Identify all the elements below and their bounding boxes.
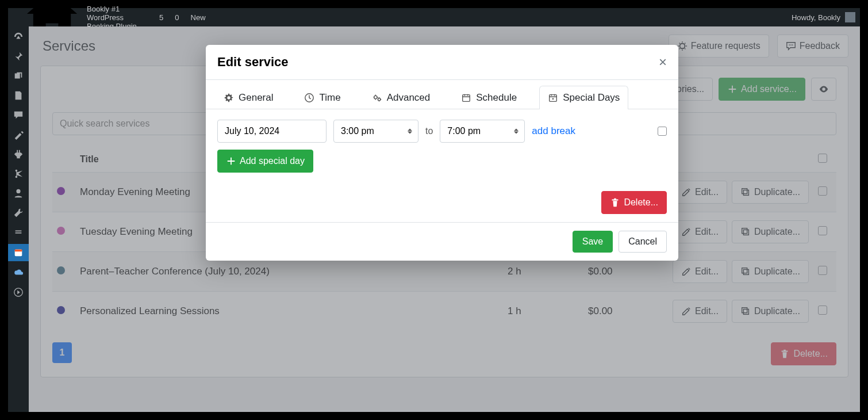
cancel-button[interactable]: Cancel xyxy=(619,231,667,253)
tab-general-label: General xyxy=(239,92,273,104)
modal-title: Edit service xyxy=(217,55,289,70)
users-icon[interactable] xyxy=(13,188,24,199)
tab-special-days[interactable]: Special Days xyxy=(539,86,628,109)
new-label: New xyxy=(191,13,206,22)
special-day-checkbox[interactable] xyxy=(658,127,667,136)
bookly-icon[interactable] xyxy=(8,244,29,261)
avatar[interactable] xyxy=(845,12,855,22)
new-content-link[interactable]: New xyxy=(187,13,206,22)
close-icon[interactable]: × xyxy=(659,54,667,70)
updates-count: 5 xyxy=(159,13,163,22)
wp-admin-bar: Bookly #1 WordPress Booking Plugin 5 0 N… xyxy=(8,8,860,26)
delete-service-button[interactable]: Delete... xyxy=(601,191,667,214)
cloud-icon[interactable] xyxy=(13,267,24,278)
updates-link[interactable]: 5 xyxy=(156,13,163,22)
time-to-select[interactable]: 7:00 pm xyxy=(440,120,525,143)
tab-special-days-label: Special Days xyxy=(563,92,620,104)
appearance-icon[interactable] xyxy=(13,129,24,140)
gears-icon xyxy=(372,93,382,103)
save-button[interactable]: Save xyxy=(573,231,613,253)
tab-schedule-label: Schedule xyxy=(476,92,517,104)
svg-point-21 xyxy=(552,98,554,100)
svg-rect-19 xyxy=(463,95,470,102)
tab-advanced[interactable]: Advanced xyxy=(363,86,439,109)
comments-icon[interactable] xyxy=(13,109,24,121)
tab-schedule[interactable]: Schedule xyxy=(452,86,525,109)
howdy-label[interactable]: Howdy, Bookly xyxy=(792,13,840,22)
comments-link[interactable]: 0 xyxy=(171,13,179,22)
edit-service-modal: Edit service × General Time Advanced Sch… xyxy=(206,45,678,261)
media-icon[interactable] xyxy=(13,70,24,82)
gear-icon xyxy=(224,93,234,103)
pages-icon[interactable] xyxy=(13,90,24,101)
time-from-value: 3:00 pm xyxy=(341,126,374,136)
date-value: July 10, 2024 xyxy=(225,126,279,136)
settings-icon[interactable] xyxy=(13,227,24,238)
calendar-icon xyxy=(461,93,471,103)
clock-icon xyxy=(304,93,314,103)
pin-icon[interactable] xyxy=(13,51,24,62)
modal-tabs: General Time Advanced Schedule Special D… xyxy=(206,80,678,109)
comments-count: 0 xyxy=(175,13,179,22)
save-label: Save xyxy=(582,236,603,247)
calendar-star-icon xyxy=(548,93,558,103)
tab-advanced-label: Advanced xyxy=(387,92,431,104)
time-from-select[interactable]: 3:00 pm xyxy=(333,120,418,143)
tools-icon[interactable] xyxy=(13,207,24,219)
cancel-label: Cancel xyxy=(628,236,657,247)
delete-label: Delete... xyxy=(624,197,658,208)
time-to-value: 7:00 pm xyxy=(447,126,481,136)
collapse-icon[interactable] xyxy=(13,287,24,298)
plugins-icon[interactable] xyxy=(13,148,24,160)
chevron-updown-icon xyxy=(514,127,519,136)
tab-general[interactable]: General xyxy=(215,86,282,109)
svg-rect-2 xyxy=(15,250,22,252)
tab-time[interactable]: Time xyxy=(295,86,349,109)
dashboard-icon[interactable] xyxy=(13,31,24,43)
cut-icon[interactable] xyxy=(13,168,24,180)
special-day-date-input[interactable]: July 10, 2024 xyxy=(217,120,327,143)
wp-admin-menu xyxy=(8,26,29,412)
add-special-day-button[interactable]: Add special day xyxy=(217,150,313,173)
tab-time-label: Time xyxy=(319,92,340,104)
add-break-link[interactable]: add break xyxy=(532,125,575,137)
chevron-updown-icon xyxy=(408,127,412,136)
to-label: to xyxy=(425,126,433,136)
add-special-day-label: Add special day xyxy=(240,156,305,166)
